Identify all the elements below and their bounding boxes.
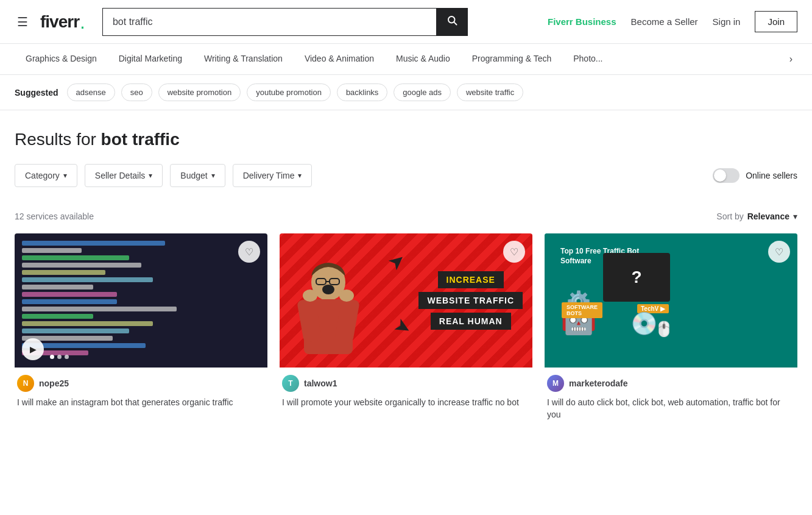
suggested-label: Suggested [15, 88, 58, 98]
category-nav-item-programming[interactable]: Programming & Tech [461, 44, 562, 74]
card-2-image: INCREASE WEBSITE TRAFFIC REAL HUMAN ➤ ➤ … [280, 233, 532, 368]
results-title-prefix: Results for [15, 130, 101, 149]
tag-seo[interactable]: seo [121, 83, 152, 101]
tag-website-traffic[interactable]: website traffic [457, 83, 523, 101]
card-1-dots [50, 355, 69, 359]
nav-become-seller[interactable]: Become a Seller [631, 16, 698, 27]
dot-indicator [65, 355, 69, 359]
card-1-seller-info: N nope25 [17, 375, 265, 392]
results-title: Results for bot traffic [15, 130, 797, 149]
card-2-heart-button[interactable]: ♡ [503, 241, 525, 263]
mouse-icon: 🖱️ [655, 321, 673, 338]
logo-dot: . [80, 12, 85, 32]
card-3-description: I will do auto click bot, click bot, web… [547, 397, 795, 421]
category-nav-item-music[interactable]: Music & Audio [385, 44, 461, 74]
join-button[interactable]: Join [755, 11, 797, 32]
svg-line-1 [454, 22, 456, 24]
code-decoration [22, 241, 165, 246]
filters-row: Category ▾ Seller Details ▾ Budget ▾ Del… [15, 164, 797, 187]
card-2-badge-line2: WEBSITE TRAFFIC [418, 292, 523, 309]
search-icon [447, 15, 457, 29]
nav-sign-in[interactable]: Sign in [713, 16, 741, 27]
tag-backlinks[interactable]: backlinks [337, 83, 387, 101]
card-2-footer: T talwow1 I will promote your website or… [280, 368, 532, 411]
sort-by-label: Sort by [716, 211, 743, 221]
category-nav-item-video[interactable]: Video & Animation [294, 44, 385, 74]
card-2-badge-line3: REAL HUMAN [431, 313, 511, 330]
tag-website-promotion[interactable]: website promotion [158, 83, 241, 101]
code-decoration [22, 321, 153, 326]
filter-budget[interactable]: Budget ▾ [170, 164, 225, 187]
svg-point-10 [303, 289, 317, 302]
services-count: 12 services available [15, 211, 94, 221]
results-title-bold: bot traffic [101, 130, 180, 149]
card-3-seller-info: M marketerodafe [547, 375, 795, 392]
sort-chevron-icon: ▾ [793, 211, 797, 221]
services-meta: 12 services available Sort by Relevance … [0, 211, 812, 221]
online-sellers-toggle[interactable] [713, 168, 740, 183]
tag-youtube-promotion[interactable]: youtube promotion [247, 83, 331, 101]
category-nav-item-photo[interactable]: Photo... [562, 44, 613, 74]
code-decoration [22, 248, 82, 253]
card-2-seller-name: talwow1 [304, 378, 337, 388]
dot-indicator [57, 355, 62, 359]
code-decoration [22, 270, 105, 275]
category-nav-item-digital[interactable]: Digital Marketing [108, 44, 193, 74]
chevron-down-icon: ▾ [211, 171, 215, 180]
card-1-footer: N nope25 I will make an instagram bot th… [15, 368, 267, 411]
code-decoration [22, 277, 153, 282]
chevron-down-icon: ▾ [63, 171, 67, 180]
sort-by-value: Relevance [747, 211, 789, 221]
service-card-1[interactable]: ♡ ▶ N nope25 I will make an instagram bo… [15, 233, 267, 423]
code-decoration [22, 255, 129, 260]
code-decoration [22, 285, 93, 289]
card-2-badge-line1: INCREASE [438, 271, 504, 288]
disc-icon: 💿 [630, 311, 658, 336]
card-3-avatar: M [547, 375, 564, 392]
svg-point-11 [339, 289, 354, 302]
service-card-3[interactable]: Top 10 Free Traffic Bot Software 🤖 ⚙️ ? … [545, 233, 797, 423]
card-3-illustration: 🤖 ⚙️ ? TechV ▶ SOFTWAREBOTS 💿 [560, 302, 670, 336]
card-3-seller-name: marketerodafe [569, 378, 628, 388]
filter-seller-details[interactable]: Seller Details ▾ [85, 164, 163, 187]
chevron-down-icon: ▾ [298, 171, 302, 180]
code-decoration [22, 329, 129, 333]
category-nav: Graphics & Design Digital Marketing Writ… [0, 44, 812, 75]
card-3-content: Top 10 Free Traffic Bot Software 🤖 ⚙️ ? … [554, 241, 676, 343]
search-input[interactable] [102, 8, 436, 36]
logo-text: fiverr [40, 12, 79, 32]
card-3-heart-button[interactable]: ♡ [768, 241, 790, 263]
service-card-2[interactable]: INCREASE WEBSITE TRAFFIC REAL HUMAN ➤ ➤ … [280, 233, 532, 423]
code-decoration [22, 314, 93, 319]
filter-budget-label: Budget [180, 171, 207, 180]
filter-delivery-time[interactable]: Delivery Time ▾ [233, 164, 312, 187]
results-section: Results for bot traffic Category ▾ Selle… [0, 110, 812, 211]
card-3-image: Top 10 Free Traffic Bot Software 🤖 ⚙️ ? … [545, 233, 797, 368]
category-nav-item-graphics[interactable]: Graphics & Design [15, 44, 108, 74]
cards-grid: ♡ ▶ N nope25 I will make an instagram bo… [0, 233, 812, 442]
code-decoration [22, 263, 141, 268]
logo-link[interactable]: fiverr. [40, 12, 85, 32]
card-3-footer: M marketerodafe I will do auto click bot… [545, 368, 797, 423]
play-icon: ▶ [30, 344, 37, 354]
card-1-heart-button[interactable]: ♡ [238, 241, 260, 263]
category-nav-arrow[interactable]: › [785, 49, 797, 69]
header-nav: Fiverr Business Become a Seller Sign in … [548, 11, 797, 32]
tag-google-ads[interactable]: google ads [394, 83, 451, 101]
nav-fiverr-business[interactable]: Fiverr Business [548, 16, 616, 27]
code-decoration [22, 292, 117, 297]
filter-category-label: Category [25, 171, 60, 180]
search-button[interactable] [436, 8, 468, 36]
online-sellers-row: Online sellers [713, 168, 797, 183]
code-decoration [22, 299, 117, 304]
filter-category[interactable]: Category ▾ [15, 164, 77, 187]
suggested-row: Suggested adsense seo website promotion … [0, 75, 812, 110]
online-sellers-label: Online sellers [746, 171, 797, 180]
sort-by[interactable]: Sort by Relevance ▾ [716, 211, 797, 221]
card-1-play-button[interactable]: ▶ [22, 338, 44, 360]
tag-adsense[interactable]: adsense [67, 83, 115, 101]
card-1-seller-name: nope25 [39, 378, 69, 388]
hamburger-button[interactable]: ☰ [15, 12, 30, 32]
card-2-person [286, 252, 383, 368]
category-nav-item-writing[interactable]: Writing & Translation [193, 44, 294, 74]
